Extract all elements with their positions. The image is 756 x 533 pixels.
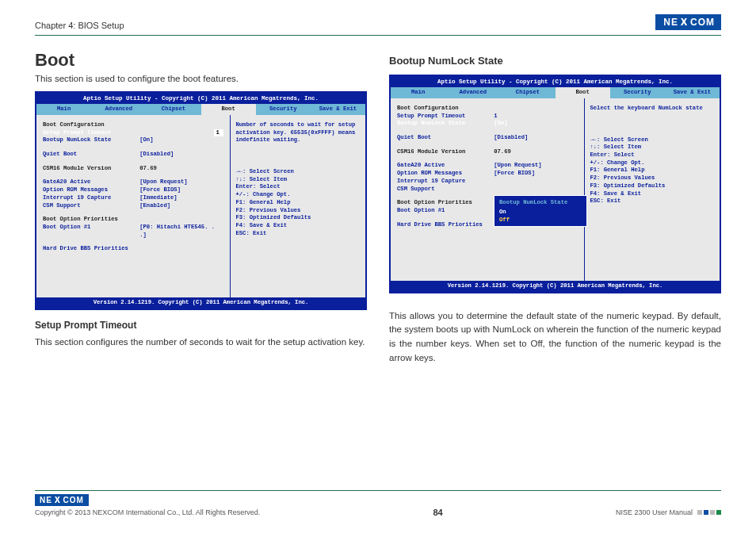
bios-tab-active[interactable]: Boot — [201, 104, 256, 115]
bios-left-pane: Boot Configuration Setup Prompt Timeout … — [36, 115, 230, 297]
subsection-title: Bootup NumLock State — [389, 55, 721, 67]
bios-item: CSM16 Module Version07.69 — [43, 165, 223, 173]
bios-group-head: Boot Configuration — [397, 105, 578, 113]
bios-item-label: CSM Support — [43, 202, 139, 210]
bios-item-label: Setup Prompt Timeout — [43, 129, 214, 137]
bios-item-value: 07.69 — [139, 165, 223, 173]
bios-item-label: Interrupt 19 Capture — [43, 194, 139, 202]
bios-item[interactable]: Setup Prompt Timeout1 — [397, 113, 578, 121]
bios-title: Aptio Setup Utility - Copyright (C) 2011… — [36, 93, 365, 104]
bios-item[interactable]: Boot Option #1[P0: Hitachi HTE545. . .] — [43, 224, 223, 239]
bios-tab[interactable]: Main — [36, 104, 91, 115]
bios-helpkey: ESC: Exit — [590, 197, 715, 205]
bios-screen-numlock: Aptio Setup Utility - Copyright (C) 2011… — [389, 75, 721, 293]
bios-right-pane: Number of seconds to wait for setup acti… — [230, 115, 365, 297]
bios-item-value: 1 — [494, 113, 578, 121]
subsection-text: This section configures the number of se… — [35, 336, 367, 350]
bios-item-value: [Disabled] — [494, 134, 578, 142]
bios-helpkey: F3: Optimized Defaults — [590, 182, 715, 190]
bios-item-value: [Upon Request] — [139, 178, 223, 186]
bios-tab[interactable]: Advanced — [445, 87, 500, 98]
bios-item-label: Setup Prompt Timeout — [397, 113, 494, 121]
bios-tab[interactable]: Main — [391, 87, 445, 98]
bios-group-head: Boot Option Priorities — [43, 216, 223, 224]
bios-helpkeys: →←: Select Screen ↑↓: Select Item Enter:… — [590, 136, 715, 205]
bios-item[interactable]: Hard Drive BBS Priorities — [43, 245, 223, 253]
brand-logo-footer: NEXCOM — [35, 494, 89, 506]
manual-name: NISE 2300 User Manual — [616, 508, 693, 516]
bios-tab[interactable]: Chipset — [500, 87, 555, 98]
bios-item-label: GateA20 Active — [397, 162, 494, 170]
bios-item-label: Option ROM Messages — [397, 170, 494, 178]
bios-tab[interactable]: Security — [610, 87, 665, 98]
bios-helpkey: ESC: Exit — [235, 230, 361, 238]
bios-item-value: [Force BIOS] — [494, 170, 578, 178]
bios-helpkey: Enter: Select — [235, 183, 361, 191]
bios-tab[interactable]: Security — [256, 104, 311, 115]
bios-item-label: Bootup NumLock State — [43, 136, 139, 144]
bios-item-value: [Upon Request] — [494, 162, 578, 170]
footer-rule — [35, 490, 721, 491]
bios-popup-option[interactable]: Off — [499, 216, 567, 224]
bios-item[interactable]: GateA20 Active[Upon Request] — [43, 178, 223, 186]
copyright: Copyright © 2013 NEXCOM International Co… — [35, 508, 260, 516]
bios-popup-title: Bootup NumLock State — [499, 198, 567, 206]
bios-item-label: Hard Drive BBS Priorities — [43, 245, 223, 253]
page-footer: NEXCOM Copyright © 2013 NEXCOM Internati… — [35, 490, 721, 517]
bios-tab[interactable]: Chipset — [146, 104, 200, 115]
bios-item-selected[interactable]: Bootup NumLock State[On] — [397, 120, 578, 128]
bios-help-text: Select the keyboard NumLock state — [590, 105, 715, 113]
header-rule — [35, 35, 721, 36]
bios-left-pane: Boot Configuration Setup Prompt Timeout1… — [391, 98, 584, 281]
page-number: 84 — [433, 508, 442, 517]
bios-item[interactable]: Quiet Boot[Disabled] — [43, 151, 223, 159]
bios-item[interactable]: Interrupt 19 Capture — [397, 178, 578, 186]
bios-helpkey: ↑↓: Select Item — [235, 176, 361, 184]
section-title: Boot — [35, 50, 367, 71]
bios-helpkey: ↑↓: Select Item — [590, 144, 715, 151]
bios-tab[interactable]: Advanced — [91, 104, 146, 115]
bios-item[interactable]: GateA20 Active[Upon Request] — [397, 162, 578, 170]
corner-squares-icon — [697, 510, 721, 515]
bios-tab[interactable]: Save & Exit — [665, 87, 720, 98]
bios-helpkey: F3: Optimized Defaults — [235, 214, 361, 222]
bios-help-text: Number of seconds to wait for setup acti… — [235, 121, 361, 144]
bios-item[interactable]: CSM Support[Enabled] — [43, 202, 223, 210]
bios-helpkey: +/-: Change Opt. — [235, 191, 361, 199]
bios-item-selected[interactable]: Setup Prompt Timeout 1 — [43, 129, 223, 137]
bios-footer: Version 2.14.1219. Copyright (C) 2011 Am… — [391, 281, 720, 292]
bios-helpkey: +/-: Change Opt. — [590, 159, 715, 167]
bios-helpkey: F4: Save & Exit — [590, 190, 715, 198]
bios-helpkey: →←: Select Screen — [590, 136, 715, 144]
bios-item[interactable]: Option ROM Messages[Force BIOS] — [397, 170, 578, 178]
bios-item[interactable]: CSM Support — [397, 186, 578, 194]
bios-item-label: CSM16 Module Version — [397, 148, 494, 156]
bios-body: Boot Configuration Setup Prompt Timeout1… — [391, 98, 720, 281]
bios-helpkey: →←: Select Screen — [235, 168, 361, 176]
bios-item-label: GateA20 Active — [43, 178, 139, 186]
bios-item-value: [Disabled] — [139, 151, 223, 159]
bios-item[interactable]: Option ROM Messages[Force BIOS] — [43, 186, 223, 194]
bios-item-value: 1 — [214, 129, 223, 137]
bios-screen-boot: Aptio Setup Utility - Copyright (C) 2011… — [35, 91, 367, 310]
page: Chapter 4: BIOS Setup NEXCOM Boot This s… — [0, 0, 756, 533]
bios-body: Boot Configuration Setup Prompt Timeout … — [36, 115, 365, 297]
bios-title: Aptio Setup Utility - Copyright (C) 2011… — [391, 76, 720, 87]
bios-item-value: [Force BIOS] — [139, 186, 223, 194]
subsection-title: Setup Prompt Timeout — [35, 320, 367, 331]
right-column: Bootup NumLock State Aptio Setup Utility… — [389, 50, 721, 490]
bios-tab[interactable]: Save & Exit — [311, 104, 365, 115]
bios-helpkey: F1: General Help — [590, 167, 715, 174]
bios-item-label: Quiet Boot — [397, 134, 494, 142]
bios-right-pane: Select the keyboard NumLock state →←: Se… — [584, 98, 720, 281]
bios-tabs: Main Advanced Chipset Boot Security Save… — [391, 87, 720, 98]
bios-item[interactable]: Interrupt 19 Capture[Immediate] — [43, 194, 223, 202]
bios-item-label: Bootup NumLock State — [397, 120, 494, 128]
bios-tab-active[interactable]: Boot — [556, 87, 610, 98]
bios-helpkey: Enter: Select — [590, 151, 715, 159]
bios-popup-option-selected[interactable]: On — [499, 208, 567, 216]
bios-item[interactable]: Quiet Boot[Disabled] — [397, 134, 578, 142]
bios-item: CSM16 Module Version07.69 — [397, 148, 578, 156]
bios-helpkey: F2: Previous Values — [235, 207, 361, 215]
bios-item[interactable]: Bootup NumLock State[On] — [43, 136, 223, 144]
